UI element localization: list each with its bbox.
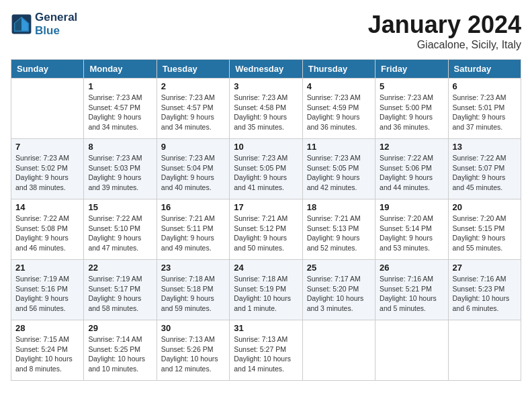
day-info: Sunrise: 7:19 AM Sunset: 5:17 PM Dayligh…: [88, 274, 152, 314]
day-number: 7: [15, 142, 79, 152]
calendar-cell: [448, 320, 521, 381]
day-number: 9: [161, 142, 225, 152]
calendar-cell: [375, 320, 448, 381]
calendar-cell: 29Sunrise: 7:14 AM Sunset: 5:25 PM Dayli…: [84, 320, 157, 381]
day-number: 28: [15, 323, 79, 333]
calendar-cell: 30Sunrise: 7:13 AM Sunset: 5:26 PM Dayli…: [157, 320, 229, 381]
day-info: Sunrise: 7:23 AM Sunset: 5:00 PM Dayligh…: [380, 93, 443, 132]
day-info: Sunrise: 7:22 AM Sunset: 5:06 PM Dayligh…: [380, 153, 443, 193]
page-header: General Blue January 2024 Giacalone, Sic…: [11, 11, 521, 51]
day-number: 4: [307, 81, 371, 91]
day-number: 24: [234, 263, 298, 273]
calendar-cell: 7Sunrise: 7:23 AM Sunset: 5:02 PM Daylig…: [11, 139, 84, 199]
weekday-header-saturday: Saturday: [448, 60, 521, 79]
day-number: 10: [234, 142, 298, 152]
day-number: 31: [234, 323, 298, 333]
day-info: Sunrise: 7:19 AM Sunset: 5:16 PM Dayligh…: [15, 274, 79, 314]
day-number: 16: [161, 202, 225, 212]
weekday-header-wednesday: Wednesday: [230, 60, 302, 79]
calendar-week-4: 21Sunrise: 7:19 AM Sunset: 5:16 PM Dayli…: [11, 260, 521, 320]
calendar-cell: 19Sunrise: 7:20 AM Sunset: 5:14 PM Dayli…: [375, 199, 448, 260]
calendar-week-3: 14Sunrise: 7:22 AM Sunset: 5:08 PM Dayli…: [11, 199, 521, 260]
calendar-cell: 2Sunrise: 7:23 AM Sunset: 4:57 PM Daylig…: [157, 79, 229, 139]
weekday-header-thursday: Thursday: [302, 60, 375, 79]
day-number: 21: [15, 263, 79, 273]
day-info: Sunrise: 7:17 AM Sunset: 5:20 PM Dayligh…: [307, 274, 371, 314]
calendar-cell: 13Sunrise: 7:22 AM Sunset: 5:07 PM Dayli…: [448, 139, 521, 199]
calendar-cell: 17Sunrise: 7:21 AM Sunset: 5:12 PM Dayli…: [230, 199, 302, 260]
day-info: Sunrise: 7:18 AM Sunset: 5:19 PM Dayligh…: [234, 274, 298, 314]
day-info: Sunrise: 7:21 AM Sunset: 5:12 PM Dayligh…: [234, 214, 298, 253]
calendar-cell: 24Sunrise: 7:18 AM Sunset: 5:19 PM Dayli…: [230, 260, 302, 320]
calendar-cell: 16Sunrise: 7:21 AM Sunset: 5:11 PM Dayli…: [157, 199, 229, 260]
day-info: Sunrise: 7:20 AM Sunset: 5:15 PM Dayligh…: [453, 214, 517, 253]
day-info: Sunrise: 7:23 AM Sunset: 4:57 PM Dayligh…: [161, 93, 225, 132]
location-title: Giacalone, Sicily, Italy: [368, 39, 521, 51]
calendar-cell: [302, 320, 375, 381]
weekday-header-tuesday: Tuesday: [157, 60, 229, 79]
calendar-cell: 26Sunrise: 7:16 AM Sunset: 5:21 PM Dayli…: [375, 260, 448, 320]
day-number: 29: [88, 323, 152, 333]
day-info: Sunrise: 7:23 AM Sunset: 5:03 PM Dayligh…: [88, 153, 152, 193]
day-number: 20: [453, 202, 517, 212]
calendar-cell: 20Sunrise: 7:20 AM Sunset: 5:15 PM Dayli…: [448, 199, 521, 260]
day-number: 2: [161, 81, 225, 91]
calendar-cell: 28Sunrise: 7:15 AM Sunset: 5:24 PM Dayli…: [11, 320, 84, 381]
weekday-header-friday: Friday: [375, 60, 448, 79]
calendar-cell: 14Sunrise: 7:22 AM Sunset: 5:08 PM Dayli…: [11, 199, 84, 260]
day-info: Sunrise: 7:23 AM Sunset: 5:04 PM Dayligh…: [161, 153, 225, 193]
day-info: Sunrise: 7:23 AM Sunset: 5:05 PM Dayligh…: [307, 153, 371, 193]
day-number: 1: [88, 81, 152, 91]
day-number: 17: [234, 202, 298, 212]
calendar-cell: 10Sunrise: 7:23 AM Sunset: 5:05 PM Dayli…: [230, 139, 302, 199]
calendar-cell: 31Sunrise: 7:13 AM Sunset: 5:27 PM Dayli…: [230, 320, 302, 381]
day-info: Sunrise: 7:23 AM Sunset: 5:05 PM Dayligh…: [234, 153, 298, 193]
day-info: Sunrise: 7:23 AM Sunset: 4:58 PM Dayligh…: [234, 93, 298, 132]
calendar-cell: 5Sunrise: 7:23 AM Sunset: 5:00 PM Daylig…: [375, 79, 448, 139]
day-info: Sunrise: 7:21 AM Sunset: 5:11 PM Dayligh…: [161, 214, 225, 253]
day-number: 15: [88, 202, 152, 212]
day-number: 6: [453, 81, 517, 91]
calendar-cell: 21Sunrise: 7:19 AM Sunset: 5:16 PM Dayli…: [11, 260, 84, 320]
day-number: 27: [453, 263, 517, 273]
calendar-cell: 9Sunrise: 7:23 AM Sunset: 5:04 PM Daylig…: [157, 139, 229, 199]
calendar-cell: 8Sunrise: 7:23 AM Sunset: 5:03 PM Daylig…: [84, 139, 157, 199]
day-info: Sunrise: 7:23 AM Sunset: 5:02 PM Dayligh…: [15, 153, 79, 193]
day-number: 30: [161, 323, 225, 333]
day-number: 3: [234, 81, 298, 91]
day-info: Sunrise: 7:21 AM Sunset: 5:13 PM Dayligh…: [307, 214, 371, 253]
day-number: 22: [88, 263, 152, 273]
calendar-cell: 1Sunrise: 7:23 AM Sunset: 4:57 PM Daylig…: [84, 79, 157, 139]
logo-text: General Blue: [35, 11, 77, 37]
calendar-cell: 4Sunrise: 7:23 AM Sunset: 4:59 PM Daylig…: [302, 79, 375, 139]
calendar-week-1: 1Sunrise: 7:23 AM Sunset: 4:57 PM Daylig…: [11, 79, 521, 139]
day-info: Sunrise: 7:23 AM Sunset: 4:57 PM Dayligh…: [88, 93, 152, 132]
day-number: 11: [307, 142, 371, 152]
title-block: January 2024 Giacalone, Sicily, Italy: [368, 11, 521, 51]
day-number: 13: [453, 142, 517, 152]
logo: General Blue: [11, 11, 77, 37]
calendar-cell: [11, 79, 84, 139]
day-number: 5: [380, 81, 443, 91]
day-info: Sunrise: 7:14 AM Sunset: 5:25 PM Dayligh…: [88, 334, 152, 374]
day-number: 8: [88, 142, 152, 152]
day-number: 18: [307, 202, 371, 212]
day-info: Sunrise: 7:13 AM Sunset: 5:26 PM Dayligh…: [161, 334, 225, 374]
calendar-cell: 18Sunrise: 7:21 AM Sunset: 5:13 PM Dayli…: [302, 199, 375, 260]
day-number: 25: [307, 263, 371, 273]
logo-icon: [11, 13, 32, 35]
calendar-week-5: 28Sunrise: 7:15 AM Sunset: 5:24 PM Dayli…: [11, 320, 521, 381]
day-number: 12: [380, 142, 443, 152]
day-number: 19: [380, 202, 443, 212]
day-info: Sunrise: 7:22 AM Sunset: 5:10 PM Dayligh…: [88, 214, 152, 253]
calendar-cell: 12Sunrise: 7:22 AM Sunset: 5:06 PM Dayli…: [375, 139, 448, 199]
month-title: January 2024: [368, 11, 521, 39]
day-number: 14: [15, 202, 79, 212]
day-number: 26: [380, 263, 443, 273]
calendar-week-2: 7Sunrise: 7:23 AM Sunset: 5:02 PM Daylig…: [11, 139, 521, 199]
day-info: Sunrise: 7:16 AM Sunset: 5:21 PM Dayligh…: [380, 274, 443, 314]
calendar-cell: 15Sunrise: 7:22 AM Sunset: 5:10 PM Dayli…: [84, 199, 157, 260]
calendar-cell: 22Sunrise: 7:19 AM Sunset: 5:17 PM Dayli…: [84, 260, 157, 320]
calendar-cell: 6Sunrise: 7:23 AM Sunset: 5:01 PM Daylig…: [448, 79, 521, 139]
calendar-cell: 3Sunrise: 7:23 AM Sunset: 4:58 PM Daylig…: [230, 79, 302, 139]
